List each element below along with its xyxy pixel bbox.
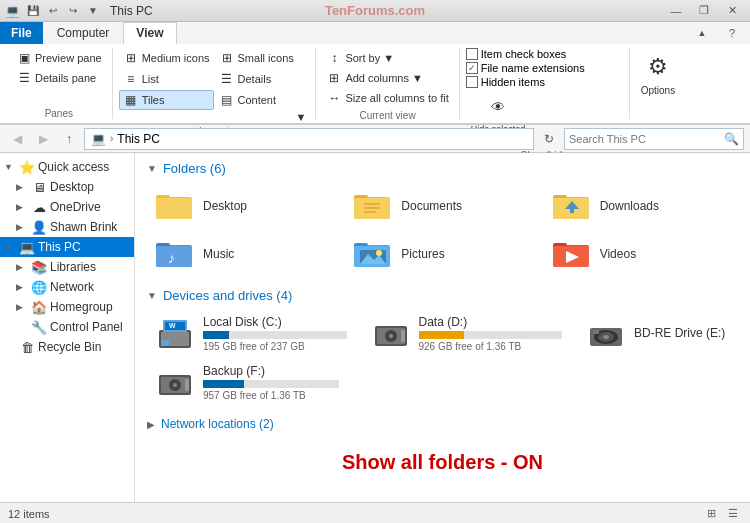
add-columns-btn[interactable]: ⊞ Add columns ▼ [322, 68, 427, 88]
svg-rect-6 [364, 203, 380, 205]
content-btn[interactable]: ▤ Content [215, 90, 310, 110]
maximize-button[interactable]: ❐ [690, 0, 718, 22]
devices-section-header: ▼ Devices and drives (4) [147, 288, 738, 303]
sidebar-item-quick-access[interactable]: ▼ ⭐ Quick access [0, 157, 134, 177]
drive-bar-container-f [203, 380, 339, 388]
file-extensions-toggle[interactable]: ✓ File name extensions [466, 62, 585, 74]
sidebar-item-homegroup[interactable]: ▶ 🏠 Homegroup [12, 297, 134, 317]
sidebar-item-control-panel[interactable]: ▶ 🔧 Control Panel [12, 317, 134, 337]
layout-dropdown-btn[interactable]: ▼ [292, 110, 309, 124]
network-expand-arrow[interactable]: ▶ [147, 419, 155, 430]
hidden-items-toggle[interactable]: Hidden items [466, 76, 585, 88]
folders-expand-arrow[interactable]: ▼ [147, 163, 157, 174]
sidebar-label-homegroup: Homegroup [50, 300, 113, 314]
address-path[interactable]: 💻 › This PC [84, 128, 534, 150]
svg-rect-43 [593, 330, 599, 334]
expand-icon: ▶ [16, 282, 28, 292]
options-icon: ⚙ [642, 51, 674, 83]
panes-label: Panes [12, 106, 106, 119]
sidebar-item-shawn-brink[interactable]: ▶ 👤 Shawn Brink [12, 217, 134, 237]
tab-view[interactable]: View [123, 22, 176, 44]
details-pane-btn[interactable]: ☰ Details pane [12, 68, 100, 88]
qa-redo-btn[interactable]: ↪ [64, 3, 82, 19]
view-btn-grid[interactable]: ⊞ [702, 505, 720, 523]
search-input[interactable] [569, 133, 720, 145]
content-icon: ▤ [219, 92, 235, 108]
sidebar-item-network[interactable]: ▶ 🌐 Network [12, 277, 134, 297]
tab-computer[interactable]: Computer [44, 22, 123, 44]
expand-icon: ▶ [16, 302, 28, 312]
expand-icon: ▶ [16, 222, 28, 232]
drive-item-f[interactable]: Backup (F:) 957 GB free of 1.36 TB [147, 360, 347, 405]
drive-item-d[interactable]: Data (D:) 926 GB free of 1.36 TB [363, 311, 571, 356]
qa-undo-btn[interactable]: ↩ [44, 3, 62, 19]
tab-file[interactable]: File [0, 22, 43, 44]
folder-item-music[interactable]: ♪ Music [147, 232, 341, 276]
ribbon-group-show-hide: Item check boxes ✓ File name extensions … [460, 48, 630, 119]
ribbon-chevron-btn[interactable]: ▲ [688, 22, 716, 44]
small-icons-btn[interactable]: ⊞ Small icons [215, 48, 310, 68]
search-box[interactable]: 🔍 [564, 128, 744, 150]
size-all-btn[interactable]: ↔ Size all columns to fit [322, 88, 452, 108]
tiles-btn[interactable]: ▦ Tiles [119, 90, 214, 110]
folder-item-desktop[interactable]: Desktop [147, 184, 341, 228]
path-thispc: This PC [117, 132, 160, 146]
show-all-message: Show all folders - ON [147, 451, 738, 474]
sidebar: ▼ ⭐ Quick access ▶ 🖥 Desktop ▶ ☁ OneDriv… [0, 153, 135, 502]
svg-rect-2 [156, 198, 192, 219]
drive-bar-d [419, 331, 465, 339]
hidden-items-cb [466, 76, 478, 88]
minimize-button[interactable]: — [662, 0, 690, 22]
folder-icon-downloads [552, 190, 592, 222]
preview-pane-btn[interactable]: ▣ Preview pane [12, 48, 106, 68]
preview-icon: ▣ [16, 50, 32, 66]
ribbon-tabs: File Computer View ▲ ? [0, 22, 750, 44]
folder-item-pictures[interactable]: Pictures [345, 232, 539, 276]
refresh-button[interactable]: ↻ [538, 128, 560, 150]
medium-icons-btn[interactable]: ⊞ Medium icons [119, 48, 214, 68]
sidebar-item-this-pc[interactable]: ▼ 💻 This PC [0, 237, 134, 257]
sidebar-item-desktop[interactable]: ▶ 🖥 Desktop [12, 177, 134, 197]
qa-save-btn[interactable]: 💾 [24, 3, 42, 19]
back-button[interactable]: ◀ [6, 128, 28, 150]
view-btn-list[interactable]: ☰ [724, 505, 742, 523]
sidebar-label-recycle-bin: Recycle Bin [38, 340, 101, 354]
svg-rect-7 [364, 207, 380, 209]
path-icon: 💻 [91, 132, 106, 146]
drives-row-1: W Local Disk (C:) 195 GB free of 237 GB [147, 311, 738, 356]
folder-item-videos[interactable]: Videos [544, 232, 738, 276]
options-btn[interactable]: ⚙ Options [636, 48, 680, 99]
details-btn[interactable]: ☰ Details [215, 69, 310, 89]
network-section[interactable]: ▶ Network locations (2) [147, 417, 738, 431]
window-icon: 💻 [4, 3, 20, 19]
folder-item-documents[interactable]: Documents [345, 184, 539, 228]
drive-item-e[interactable]: BD-RE Drive (E:) [578, 311, 738, 356]
window-title: This PC [110, 4, 153, 18]
forward-button[interactable]: ▶ [32, 128, 54, 150]
ribbon-help-btn[interactable]: ? [718, 22, 746, 44]
drive-item-c[interactable]: W Local Disk (C:) 195 GB free of 237 GB [147, 311, 355, 356]
list-btn[interactable]: ≡ List [119, 69, 214, 89]
sidebar-item-onedrive[interactable]: ▶ ☁ OneDrive [12, 197, 134, 217]
sidebar-item-libraries[interactable]: ▶ 📚 Libraries [12, 257, 134, 277]
drive-info-d: Data (D:) 926 GB free of 1.36 TB [419, 315, 563, 352]
sidebar-item-recycle-bin[interactable]: ▶ 🗑 Recycle Bin [0, 337, 134, 357]
sort-by-btn[interactable]: ↕ Sort by ▼ [322, 48, 398, 68]
list-icon: ≡ [123, 71, 139, 87]
devices-expand-arrow[interactable]: ▼ [147, 290, 157, 301]
item-checkboxes-toggle[interactable]: Item check boxes [466, 48, 585, 60]
close-button[interactable]: ✕ [718, 0, 746, 22]
expand-icon: ▼ [4, 242, 16, 252]
item-checkboxes-cb [466, 48, 478, 60]
sidebar-label-onedrive: OneDrive [50, 200, 101, 214]
folder-item-downloads[interactable]: Downloads [544, 184, 738, 228]
up-button[interactable]: ↑ [58, 128, 80, 150]
qa-dropdown-btn[interactable]: ▼ [84, 3, 102, 19]
sidebar-label-libraries: Libraries [50, 260, 96, 274]
network-icon: 🌐 [31, 279, 47, 295]
sidebar-label-this-pc: This PC [38, 240, 81, 254]
expand-icon: ▶ [16, 182, 28, 192]
ribbon: File Computer View ▲ ? ▣ Preview pane ☰ … [0, 22, 750, 125]
folders-section-title: Folders (6) [163, 161, 226, 176]
drive-icon-e [586, 316, 626, 352]
